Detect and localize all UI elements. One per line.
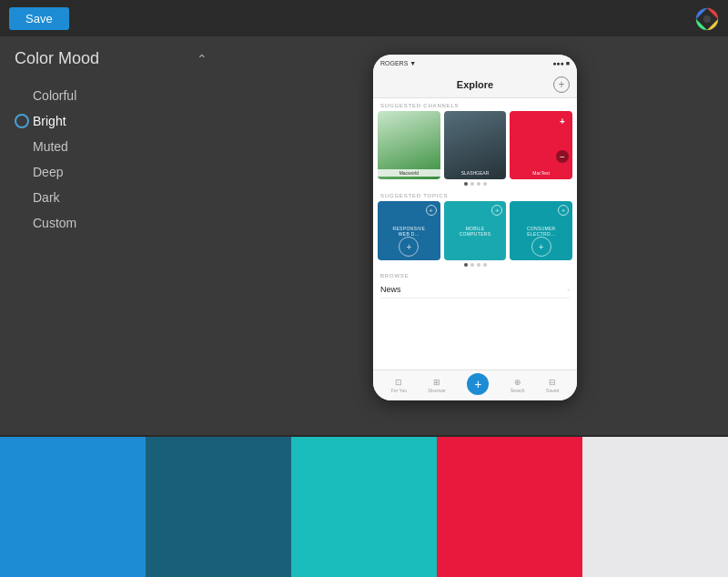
topic-card-consumer: + CONSUMERELECTRO... + — [510, 201, 572, 260]
panel-header: Color Mood ⌃ — [0, 36, 222, 77]
panel-title: Color Mood — [15, 49, 99, 68]
palette-swatch-light-gray[interactable] — [582, 437, 728, 577]
topic-text-2: MOBILECOMPUTERS — [457, 226, 494, 237]
topic-card-mobile: + MOBILECOMPUTERS — [444, 201, 507, 260]
saved-label: Saved — [546, 388, 559, 393]
left-panel: Color Mood ⌃ Colorful Bright Muted Deep … — [0, 36, 222, 250]
channel-label: Macworld — [378, 169, 440, 177]
topic-add-3[interactable]: + — [558, 205, 569, 216]
channels-row: Macworld SLASHGEAR + − MacTest — [373, 111, 577, 179]
search-label: Search — [511, 388, 525, 393]
tab-discover[interactable]: ⊞ Discover — [428, 378, 445, 393]
dot-1 — [464, 182, 468, 186]
topic-dots — [373, 260, 577, 269]
palette-swatch-teal[interactable] — [291, 437, 437, 577]
center-add-button[interactable]: + — [467, 373, 489, 395]
for-you-icon: ⊡ — [395, 378, 402, 387]
topic-text-3: CONSUMERELECTRO... — [524, 226, 559, 237]
topic-plus-1: + — [406, 242, 411, 252]
mood-item-colorful[interactable]: Colorful — [0, 83, 222, 108]
phone-nav-plus-button[interactable]: + — [553, 76, 570, 93]
tab-center[interactable]: + — [467, 373, 489, 399]
topic-circle-3: + — [531, 237, 551, 257]
suggested-topics-label: SUGGESTED TOPICS — [373, 188, 577, 201]
carrier-text: ROGERS ▼ — [380, 60, 416, 66]
tdot-2 — [470, 263, 474, 267]
status-icons: ●●● ■ — [552, 60, 570, 66]
phone-tabbar: ⊡ For You ⊞ Discover + ⊕ Search ⊟ Saved — [373, 369, 577, 400]
tdot-1 — [464, 263, 468, 267]
browse-chevron-icon: › — [567, 286, 570, 294]
phone-nav: Explore + — [373, 71, 577, 98]
palette-swatch-red[interactable] — [437, 437, 582, 577]
svg-point-1 — [703, 15, 711, 23]
saved-icon: ⊟ — [549, 378, 556, 387]
topic-circle-1: + — [399, 237, 419, 257]
phone-mockup: ROGERS ▼ ●●● ■ Explore + SUGGESTED CHANN… — [373, 55, 577, 400]
topic-add-1[interactable]: + — [426, 205, 437, 216]
discover-icon: ⊞ — [433, 378, 440, 387]
discover-label: Discover — [428, 388, 445, 393]
tab-for-you[interactable]: ⊡ For You — [391, 378, 407, 393]
color-wheel-icon[interactable] — [695, 7, 719, 31]
topic-plus-3: + — [539, 242, 544, 252]
top-bar: Save — [0, 0, 728, 36]
dot-2 — [470, 182, 474, 186]
mood-item-bright[interactable]: Bright — [0, 108, 222, 134]
dot-3 — [477, 182, 480, 186]
palette-swatch-dark-blue[interactable] — [146, 437, 291, 577]
browse-item-news[interactable]: News › — [380, 281, 570, 299]
add-button-red[interactable]: + — [556, 115, 569, 127]
tdot-3 — [477, 263, 480, 267]
topic-card-responsive: + RESPONSIVEWEB D... + — [378, 201, 440, 260]
phone-area: ROGERS ▼ ●●● ■ Explore + SUGGESTED CHANN… — [222, 36, 728, 419]
search-icon: ⊕ — [514, 378, 521, 387]
tab-search[interactable]: ⊕ Search — [511, 378, 525, 393]
mood-item-dark[interactable]: Dark — [0, 185, 222, 210]
tab-saved[interactable]: ⊟ Saved — [546, 378, 559, 393]
browse-section: BROWSE News › — [373, 269, 577, 302]
topic-text-1: RESPONSIVEWEB D... — [390, 226, 429, 237]
for-you-label: For You — [391, 388, 407, 393]
phone-status-bar: ROGERS ▼ ●●● ■ — [373, 55, 577, 71]
suggested-channels-label: SUGGESTED CHANNELS — [373, 98, 577, 111]
mood-item-custom[interactable]: Custom — [0, 210, 222, 236]
tdot-4 — [483, 263, 487, 267]
browse-item-text: News — [380, 285, 401, 294]
color-palette — [0, 437, 728, 577]
channel-card-macworld: Macworld — [378, 111, 440, 179]
dot-4 — [483, 182, 487, 186]
save-button[interactable]: Save — [9, 7, 69, 30]
topic-add-2[interactable]: + — [491, 205, 502, 216]
topics-row: + RESPONSIVEWEB D... + + MOBILECOMPUTERS… — [373, 201, 577, 260]
phone-nav-title: Explore — [457, 79, 493, 90]
channel-label-slashgear: SLASHGEAR — [444, 169, 507, 177]
channel-card-mactest: + − MacTest — [510, 111, 572, 179]
remove-button[interactable]: − — [556, 150, 569, 163]
mood-item-deep[interactable]: Deep — [0, 159, 222, 185]
mood-item-muted[interactable]: Muted — [0, 134, 222, 159]
channel-dots — [373, 179, 577, 188]
phone-content: SUGGESTED CHANNELS Macworld SLASHGEAR + … — [373, 98, 577, 369]
browse-label: BROWSE — [380, 273, 570, 278]
mood-list: Colorful Bright Muted Deep Dark Custom — [0, 77, 222, 241]
channel-card-slashgear: SLASHGEAR — [444, 111, 507, 179]
collapse-icon[interactable]: ⌃ — [197, 52, 207, 66]
palette-swatch-blue[interactable] — [0, 437, 146, 577]
channel-label-mactest: MacTest — [510, 169, 572, 177]
